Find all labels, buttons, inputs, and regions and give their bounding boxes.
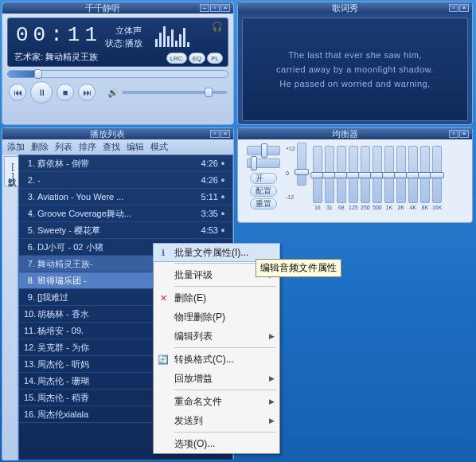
playlist-item[interactable]: 3.Aviation - You Were ...5:11● [19, 189, 232, 206]
spectrum-icon [155, 25, 189, 47]
band-label: 16 [314, 205, 321, 210]
playlist-item[interactable]: 5.Sweety - 樱花草4:53● [19, 222, 232, 239]
menu-item[interactable]: 🔄转换格式(C)... [154, 350, 279, 369]
eq-reset-button[interactable]: 重置 [250, 198, 277, 209]
menu-添加[interactable]: 添加 [6, 141, 26, 153]
playlist-titlebar[interactable]: 播放列表 ▫ × [2, 128, 233, 139]
eq-preset-button[interactable]: 配置 [250, 186, 277, 197]
seek-bar[interactable] [7, 70, 228, 78]
track-number: 10. [24, 309, 35, 319]
menu-排序[interactable]: 排序 [77, 141, 98, 153]
next-button[interactable]: ⏭ [78, 84, 96, 101]
menu-label: 物理删除(P) [174, 311, 225, 324]
menu-label: 转换格式(C)... [174, 353, 234, 366]
play-pause-button[interactable]: ⏸ [30, 81, 53, 104]
track-duration: 4:53 [191, 225, 218, 235]
eq-button[interactable]: EQ [189, 53, 206, 64]
eq-band-68[interactable] [337, 146, 346, 203]
display-screen: 00:11 立体声 状态:播放 🎧 艺术家: 舞动精灵王族 LRC EQ PL [7, 18, 228, 67]
mode-button[interactable]: ▫ [210, 4, 220, 12]
band-label: 1K [386, 205, 393, 210]
menu-模式[interactable]: 模式 [149, 141, 170, 153]
eq-band-16K[interactable] [432, 146, 442, 203]
lyric-line: He passed on worried and warning, [279, 76, 431, 91]
band-label: 4K [410, 205, 417, 210]
eq-band-125[interactable] [349, 146, 358, 203]
track-number: 16. [24, 409, 35, 419]
preamp-slider[interactable] [297, 143, 306, 186]
submenu-arrow-icon: ▶ [269, 332, 275, 340]
track-number: 3. [24, 192, 35, 202]
eq-band-31[interactable] [325, 146, 334, 203]
minimize-button[interactable]: – [200, 4, 209, 12]
eq-band-2K[interactable] [396, 146, 406, 203]
menu-删除[interactable]: 删除 [29, 141, 50, 153]
menu-列表[interactable]: 列表 [53, 141, 74, 153]
eq-band-4K[interactable] [408, 146, 418, 203]
track-number: 1. [24, 159, 35, 168]
lyric-line: The last that ever she saw him, [288, 48, 422, 62]
playlist-item[interactable]: 4.Groove Coverage舞动...3:35● [19, 206, 232, 222]
band-label: 16K [432, 205, 442, 210]
track-name: Sweety - 樱花草 [37, 225, 191, 237]
eq-band-500[interactable] [373, 146, 382, 203]
tooltip: 编辑音频文件属性 [256, 259, 341, 277]
surround-slider[interactable] [247, 159, 280, 168]
lrc-button[interactable]: LRC [166, 53, 187, 64]
eq-enable-button[interactable]: 开 [250, 173, 277, 184]
band-label: 250 [361, 205, 370, 210]
menu-item[interactable]: 重命名文件▶ [154, 392, 279, 411]
lyrics-titlebar[interactable]: 歌词秀 ▫ × [238, 2, 472, 14]
eq-min-button[interactable]: ▫ [449, 130, 458, 138]
player-title: 千千静听 [6, 2, 199, 14]
stereo-label: 立体声 [115, 25, 142, 37]
band-label: 68 [338, 205, 345, 210]
menu-item[interactable]: 物理删除(P) [154, 307, 279, 327]
playlist-item[interactable]: 2.-4:26● [19, 172, 232, 189]
volume-slider[interactable]: 🔊 [107, 88, 227, 98]
eq-title: 均衡器 [241, 128, 448, 140]
playlist-tab-column: [默认] [2, 155, 18, 460]
pl-button[interactable]: PL [207, 53, 223, 64]
track-number: 7. [24, 259, 35, 268]
menu-编辑[interactable]: 编辑 [125, 141, 146, 153]
eq-band-250[interactable] [361, 146, 370, 203]
track-number: 5. [24, 225, 35, 235]
main-player-window: 千千静听 – ▫ × 00:11 立体声 状态:播放 🎧 艺术家: 舞动精灵王族… [2, 2, 234, 125]
eq-close-button[interactable]: × [459, 130, 469, 138]
menu-item[interactable]: ✕删除(E) [154, 288, 279, 307]
lyrics-close-button[interactable]: × [459, 4, 469, 12]
eq-titlebar[interactable]: 均衡器 ▫ × [238, 128, 472, 139]
stop-button[interactable]: ■ [57, 84, 74, 101]
lyrics-min-button[interactable]: ▫ [449, 4, 458, 12]
speaker-icon: 🔊 [107, 88, 119, 98]
close-button[interactable]: × [220, 4, 230, 12]
eq-band-1K[interactable] [384, 146, 394, 203]
menu-icon: 🔄 [157, 354, 170, 365]
playlist-min-button[interactable]: ▫ [210, 130, 220, 138]
menu-item[interactable]: 回放增益▶ [154, 369, 279, 388]
menu-查找[interactable]: 查找 [101, 141, 122, 153]
prev-button[interactable]: ⏮ [9, 84, 26, 101]
menu-item[interactable]: 选项(O)... [154, 434, 279, 453]
track-name: Aviation - You Were ... [37, 192, 191, 202]
menu-item[interactable]: 发送到▶ [154, 411, 279, 430]
track-icon: ● [218, 226, 228, 234]
band-label: 31 [326, 205, 333, 210]
track-number: 13. [24, 359, 35, 369]
track-name: 蔡依林 - 倒带 [37, 158, 191, 170]
playback-state: 状态:播放 [105, 37, 142, 49]
player-titlebar[interactable]: 千千静听 – ▫ × [2, 2, 233, 14]
track-number: 8. [24, 276, 35, 285]
band-label: 125 [349, 205, 358, 210]
menu-label: 选项(O)... [174, 437, 215, 451]
playlist-item[interactable]: 1.蔡依林 - 倒带4:26● [19, 155, 232, 172]
track-name: Groove Coverage舞动... [37, 208, 191, 220]
eq-band-8K[interactable] [420, 146, 430, 203]
eq-band-16[interactable] [313, 146, 322, 203]
track-icon: ● [218, 209, 228, 217]
submenu-arrow-icon: ▶ [269, 417, 275, 425]
playlist-close-button[interactable]: × [220, 130, 230, 138]
balance-slider[interactable] [247, 146, 280, 155]
menu-item[interactable]: 编辑列表▶ [154, 327, 279, 346]
